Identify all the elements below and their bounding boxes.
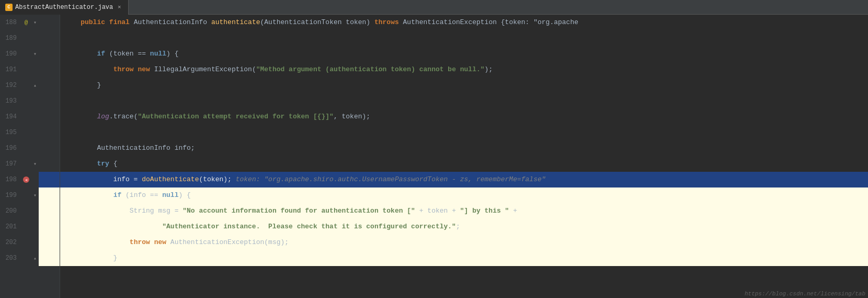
gutter-row: 199▾ bbox=[0, 187, 60, 203]
editor-area: 188@▾189190▾191192▴193194195196197▾198◀1… bbox=[0, 15, 868, 298]
code-text: if (token == null) { bbox=[60, 46, 868, 62]
gutter-row: 196 bbox=[0, 140, 60, 156]
fold-arrow bbox=[31, 62, 39, 78]
gutter-annotation bbox=[21, 140, 31, 156]
gutter-row: 193 bbox=[0, 93, 60, 109]
gutter-annotation bbox=[21, 235, 31, 250]
code-text: throw new IllegalArgumentException("Meth… bbox=[60, 62, 868, 78]
code-text bbox=[60, 93, 868, 109]
fold-arrow bbox=[31, 125, 39, 140]
gutter-annotation: ◀ bbox=[21, 172, 31, 187]
fold-arrow[interactable]: ▾ bbox=[31, 156, 39, 172]
code-row: throw new AuthenticationException(msg); bbox=[60, 235, 868, 250]
code-row bbox=[60, 125, 868, 140]
gutter-row: 192▴ bbox=[0, 78, 60, 93]
code-row: if (info == null) { bbox=[60, 187, 868, 203]
gutter-annotation bbox=[21, 46, 31, 62]
gutter-annotation bbox=[21, 250, 31, 266]
line-number: 191 bbox=[0, 62, 21, 78]
line-number: 190 bbox=[0, 46, 21, 62]
line-number: 197 bbox=[0, 156, 21, 172]
gutter-row: 194 bbox=[0, 109, 60, 125]
line-number: 202 bbox=[0, 235, 21, 250]
line-number: 192 bbox=[0, 78, 21, 93]
gutter-annotation bbox=[21, 125, 31, 140]
tab-filename: AbstractAuthenticator.java bbox=[15, 4, 113, 11]
gutter-annotation bbox=[21, 187, 31, 203]
code-text: throw new AuthenticationException(msg); bbox=[60, 235, 868, 250]
code-text: if (info == null) { bbox=[60, 187, 868, 203]
code-text: log.trace("Authentication attempt receiv… bbox=[60, 109, 868, 125]
code-row bbox=[60, 30, 868, 46]
gutter-row: 188@▾ bbox=[0, 15, 60, 30]
gutter-annotation bbox=[21, 30, 31, 46]
gutter-annotation: @ bbox=[21, 15, 31, 30]
fold-arrow[interactable]: ▾ bbox=[31, 46, 39, 62]
line-number: 196 bbox=[0, 140, 21, 156]
fold-arrow bbox=[31, 172, 39, 187]
code-text: "Authenticator instance. Please check th… bbox=[60, 219, 868, 235]
line-number: 188 bbox=[0, 15, 21, 30]
gutter-annotation bbox=[21, 93, 31, 109]
code-row: if (token == null) { bbox=[60, 46, 868, 62]
code-text: try { bbox=[60, 156, 868, 172]
url-hint: https://blog.csdn.net/licensing/tab bbox=[745, 291, 865, 297]
gutter-annotation bbox=[21, 78, 31, 93]
breakpoint-icon: ◀ bbox=[23, 176, 29, 183]
file-tab[interactable]: C AbstractAuthenticator.java × bbox=[0, 0, 129, 15]
gutter-row: 198◀ bbox=[0, 172, 60, 187]
tab-close-button[interactable]: × bbox=[116, 4, 123, 11]
line-number: 189 bbox=[0, 30, 21, 46]
gutter-row: 200 bbox=[0, 203, 60, 219]
fold-arrow[interactable]: ▴ bbox=[31, 250, 39, 266]
line-number: 203 bbox=[0, 250, 21, 266]
code-text: } bbox=[60, 250, 868, 266]
code-text: } bbox=[60, 78, 868, 93]
fold-arrow bbox=[31, 203, 39, 219]
code-row bbox=[60, 93, 868, 109]
fold-arrow bbox=[31, 93, 39, 109]
code-panel: public final AuthenticationInfo authenti… bbox=[60, 15, 868, 298]
fold-arrow[interactable]: ▾ bbox=[31, 187, 39, 203]
line-number: 198 bbox=[0, 172, 21, 187]
fold-arrow[interactable]: ▾ bbox=[31, 15, 39, 30]
code-row: String msg = "No account information fou… bbox=[60, 203, 868, 219]
gutter-annotation bbox=[21, 203, 31, 219]
code-text: info = doAuthenticate(token); token: "or… bbox=[60, 172, 868, 187]
fold-arrow[interactable]: ▴ bbox=[31, 78, 39, 93]
code-text: String msg = "No account information fou… bbox=[60, 203, 868, 219]
code-text: AuthenticationInfo info; bbox=[60, 140, 868, 156]
gutter-row: 195 bbox=[0, 125, 60, 140]
fold-arrow bbox=[31, 30, 39, 46]
line-number: 195 bbox=[0, 125, 21, 140]
gutter-annotation bbox=[21, 156, 31, 172]
code-row: } bbox=[60, 78, 868, 93]
code-row: "Authenticator instance. Please check th… bbox=[60, 219, 868, 235]
code-row: AuthenticationInfo info; bbox=[60, 140, 868, 156]
line-number: 199 bbox=[0, 187, 21, 203]
gutter-row: 189 bbox=[0, 30, 60, 46]
code-row: } bbox=[60, 250, 868, 266]
code-text bbox=[60, 30, 868, 46]
code-row: throw new IllegalArgumentException("Meth… bbox=[60, 62, 868, 78]
gutter-annotation bbox=[21, 219, 31, 235]
code-row: log.trace("Authentication attempt receiv… bbox=[60, 109, 868, 125]
java-file-icon: C bbox=[5, 4, 13, 11]
code-row: try { bbox=[60, 156, 868, 172]
fold-arrow bbox=[31, 109, 39, 125]
gutter-row: 197▾ bbox=[0, 156, 60, 172]
fold-arrow bbox=[31, 140, 39, 156]
fold-arrow bbox=[31, 235, 39, 250]
gutter-row: 191 bbox=[0, 62, 60, 78]
line-number: 200 bbox=[0, 203, 21, 219]
code-text bbox=[60, 125, 868, 140]
line-number: 193 bbox=[0, 93, 21, 109]
gutter-row: 190▾ bbox=[0, 46, 60, 62]
tab-bar: C AbstractAuthenticator.java × bbox=[0, 0, 868, 15]
code-text: public final AuthenticationInfo authenti… bbox=[60, 15, 868, 30]
gutter-row: 202 bbox=[0, 235, 60, 250]
fold-arrow bbox=[31, 219, 39, 235]
gutter-row: 203▴ bbox=[0, 250, 60, 266]
gutter-annotation bbox=[21, 62, 31, 78]
code-row: public final AuthenticationInfo authenti… bbox=[60, 15, 868, 30]
